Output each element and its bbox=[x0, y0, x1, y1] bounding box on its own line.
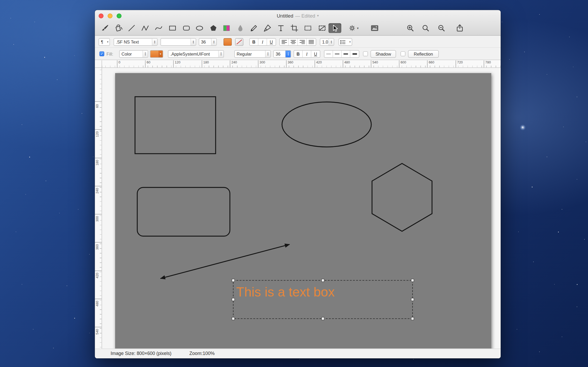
reflection-button[interactable]: Reflection bbox=[408, 50, 439, 58]
paragraph-style-button[interactable]: ¶ ▾ bbox=[99, 38, 110, 46]
thin-line-icon bbox=[325, 52, 332, 56]
selection-handle[interactable] bbox=[411, 298, 414, 301]
tool-settings-button[interactable]: ▾ bbox=[346, 23, 361, 33]
shape-font-family-combo[interactable]: .AppleSystemUIFont ▴▾ bbox=[168, 50, 224, 58]
shape-font-style-combo[interactable]: Regular ▴▾ bbox=[234, 50, 271, 58]
tool-crop-button[interactable] bbox=[289, 23, 300, 33]
tool-brush-button[interactable] bbox=[99, 23, 111, 33]
shape-format-bar: ✓ Fill: Color ▴▾ ▾ .AppleSystemUIFont ▴▾… bbox=[95, 48, 501, 60]
stepper-icon[interactable]: ▴▾ bbox=[265, 51, 270, 57]
selection-handle[interactable] bbox=[322, 317, 324, 320]
font-size-value: 36 bbox=[199, 39, 211, 45]
stroke-width-1-button[interactable] bbox=[324, 51, 333, 57]
tool-ellipse-button[interactable] bbox=[194, 23, 205, 33]
drawing-canvas[interactable]: This is a text box bbox=[115, 73, 491, 349]
minimize-button[interactable] bbox=[108, 13, 113, 18]
tool-select-rectangle-button[interactable] bbox=[302, 23, 313, 33]
no-color-swatch[interactable] bbox=[235, 38, 243, 46]
thick-line-icon bbox=[343, 52, 349, 56]
fill-mode-combo[interactable]: Color ▴▾ bbox=[119, 50, 148, 58]
align-center-icon bbox=[290, 40, 296, 45]
fill-color-well[interactable]: ▾ bbox=[150, 50, 163, 58]
canvas-scroll-area[interactable]: This is a text box bbox=[102, 68, 501, 349]
line-height-combo[interactable]: 1.0 ▴▾ bbox=[320, 38, 334, 46]
transform-selection-icon bbox=[318, 24, 327, 33]
zoom-in-button[interactable] bbox=[405, 23, 416, 33]
crop-icon bbox=[290, 24, 299, 33]
tool-rounded-rectangle-button[interactable] bbox=[181, 23, 192, 33]
ruler-label: 540 bbox=[372, 60, 378, 64]
selection-handle[interactable] bbox=[322, 279, 324, 282]
stroke-width-2-button[interactable] bbox=[333, 51, 342, 57]
chevron-down-icon: ▾ bbox=[107, 39, 109, 45]
shadow-checkbox[interactable] bbox=[363, 51, 368, 56]
tool-transform-selection-button[interactable] bbox=[317, 23, 328, 33]
selection-handle[interactable] bbox=[411, 317, 414, 320]
shape-font-size-combo[interactable]: 36 ▴▾ bbox=[273, 50, 291, 58]
align-right-icon bbox=[299, 40, 305, 45]
horizontal-ruler[interactable]: 0 60 120 180 240 300 360 420 480 540 600… bbox=[95, 60, 501, 68]
align-justify-button[interactable] bbox=[307, 39, 316, 45]
selection-handle[interactable] bbox=[232, 279, 234, 282]
tool-eraser-button[interactable] bbox=[235, 23, 246, 33]
ruler-label: 480 bbox=[344, 60, 350, 64]
font-family-combo[interactable]: .SF NS Text ▴▾ bbox=[114, 38, 157, 46]
selection-handle[interactable] bbox=[232, 298, 234, 301]
align-center-button[interactable] bbox=[289, 39, 298, 45]
tool-line-button[interactable] bbox=[126, 23, 137, 33]
font-style-combo[interactable]: ▴▾ bbox=[161, 38, 196, 46]
tool-image-button[interactable] bbox=[369, 23, 380, 33]
title-chevron-icon[interactable]: ▾ bbox=[317, 14, 319, 18]
tool-pencil-button[interactable] bbox=[248, 23, 260, 33]
ruler-label: 300 bbox=[95, 215, 100, 222]
glow-star bbox=[520, 125, 526, 131]
drawn-arrow bbox=[161, 244, 290, 278]
zoom-out-button[interactable] bbox=[436, 23, 447, 33]
tool-polyline-button[interactable] bbox=[140, 23, 151, 33]
list-style-button[interactable]: ▾ bbox=[339, 38, 352, 46]
shadow-button[interactable]: Shadow bbox=[371, 50, 396, 58]
tool-color-picker-button[interactable] bbox=[221, 23, 232, 33]
font-size-combo[interactable]: 36 ▴▾ bbox=[199, 38, 217, 46]
stepper-icon[interactable]: ▴▾ bbox=[142, 51, 148, 57]
selection-handle[interactable] bbox=[232, 317, 234, 320]
stroke-width-3-button[interactable] bbox=[342, 51, 350, 57]
text-color-swatch[interactable] bbox=[223, 38, 232, 46]
stepper-icon[interactable]: ▴▾ bbox=[152, 39, 157, 45]
tool-text-button[interactable] bbox=[275, 23, 287, 33]
tool-move-button[interactable] bbox=[329, 23, 341, 33]
tool-polygon-button[interactable] bbox=[208, 23, 219, 33]
tool-knife-button[interactable] bbox=[262, 23, 273, 33]
zoom-window-button[interactable] bbox=[117, 13, 122, 18]
reflection-checkbox[interactable] bbox=[400, 51, 405, 56]
tool-rectangle-button[interactable] bbox=[167, 23, 178, 33]
align-right-button[interactable] bbox=[298, 39, 307, 45]
underline-button[interactable]: U bbox=[311, 51, 320, 57]
close-button[interactable] bbox=[99, 13, 104, 18]
rectangle-icon bbox=[168, 24, 177, 33]
fill-label: Fill: bbox=[106, 52, 113, 56]
align-left-button[interactable] bbox=[280, 39, 289, 45]
tool-curve-button[interactable] bbox=[153, 23, 164, 33]
stepper-icon[interactable]: ▴▾ bbox=[218, 51, 223, 57]
selection-handle[interactable] bbox=[411, 279, 414, 282]
stepper-icon[interactable]: ▴▾ bbox=[329, 39, 334, 45]
italic-button[interactable]: I bbox=[258, 39, 267, 45]
share-button[interactable] bbox=[454, 23, 466, 33]
stroke-width-4-button[interactable] bbox=[350, 51, 359, 57]
italic-button[interactable]: I bbox=[303, 51, 311, 57]
chevron-down-icon: ▾ bbox=[349, 39, 352, 45]
chevron-down-icon[interactable]: ▾ bbox=[158, 51, 163, 57]
stepper-icon[interactable]: ▴▾ bbox=[285, 51, 291, 57]
bold-button[interactable]: B bbox=[294, 51, 303, 57]
stepper-icon[interactable]: ▴▾ bbox=[190, 39, 196, 45]
vertical-ruler[interactable]: 60 120 180 240 300 360 420 480 540 bbox=[95, 68, 102, 349]
zoom-actual-size-button[interactable] bbox=[420, 23, 431, 33]
canvas-text[interactable]: This is a text box bbox=[236, 285, 335, 299]
titlebar[interactable]: Untitled — Edited ▾ bbox=[95, 10, 501, 21]
bold-button[interactable]: B bbox=[250, 39, 258, 45]
tool-paint-bucket-button[interactable] bbox=[113, 23, 124, 33]
fill-checkbox[interactable]: ✓ bbox=[99, 51, 104, 56]
underline-button[interactable]: U bbox=[267, 39, 276, 45]
stepper-icon[interactable]: ▴▾ bbox=[211, 39, 216, 45]
